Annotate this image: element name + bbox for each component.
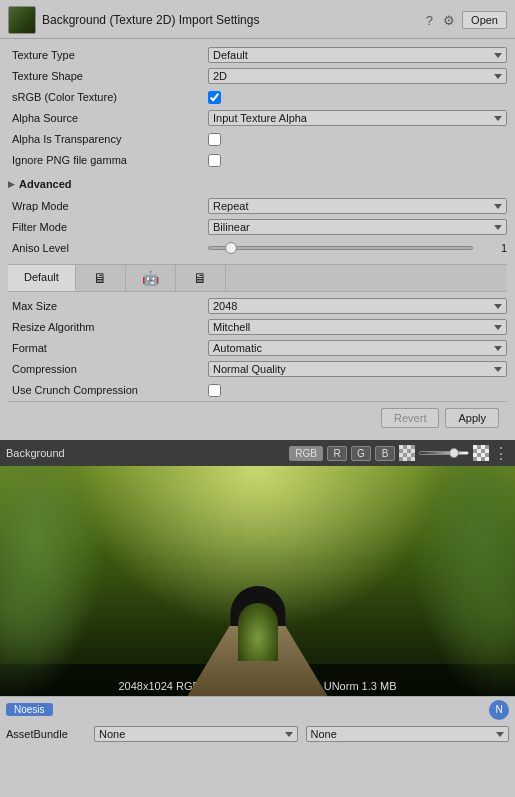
texture-shape-control: 2DCube: [208, 68, 507, 84]
format-label: Format: [8, 342, 208, 354]
arch-interior: [238, 603, 278, 661]
open-button[interactable]: Open: [462, 11, 507, 29]
aniso-level-row: Aniso Level 1: [8, 238, 507, 258]
channel-rgb-button[interactable]: RGB: [289, 446, 323, 461]
noesis-icon[interactable]: N: [489, 700, 509, 720]
footer-buttons: Revert Apply: [8, 401, 507, 434]
tab-webgl[interactable]: 🖥: [176, 265, 226, 291]
platform-tabs: Default 🖥 🤖 🖥: [8, 264, 507, 292]
alpha-checker-icon: [399, 445, 415, 461]
resize-algorithm-row: Resize Algorithm MitchellBilinear: [8, 317, 507, 337]
format-row: Format AutomaticRGB Compressed DXT1RGBA …: [8, 338, 507, 358]
trees-right: [395, 466, 515, 696]
channel-g-button[interactable]: G: [351, 446, 371, 461]
ignore-png-row: Ignore PNG file gamma: [8, 150, 507, 170]
format-control: AutomaticRGB Compressed DXT1RGBA Compres…: [208, 340, 507, 356]
compression-label: Compression: [8, 363, 208, 375]
filter-mode-label: Filter Mode: [8, 221, 208, 233]
max-size-row: Max Size 32641282565121024204840968192: [8, 296, 507, 316]
texture-type-row: Texture Type DefaultNormal mapEditor GUI…: [8, 45, 507, 65]
wrap-mode-label: Wrap Mode: [8, 200, 208, 212]
ignore-png-label: Ignore PNG file gamma: [8, 154, 208, 166]
max-size-select[interactable]: 32641282565121024204840968192: [208, 298, 507, 314]
help-icon[interactable]: ?: [423, 12, 436, 29]
max-size-label: Max Size: [8, 300, 208, 312]
preview-bar: Background RGB R G B ⋮: [0, 440, 515, 466]
image-preview: Background2048x1024 RGB Compressed DXT1|…: [0, 466, 515, 696]
tab-default[interactable]: Default: [8, 265, 76, 291]
filter-mode-row: Filter Mode Point (no filter)BilinearTri…: [8, 217, 507, 237]
trees-left: [0, 466, 120, 696]
brightness-slider[interactable]: [419, 451, 469, 455]
noesis-badge[interactable]: Noesis: [6, 703, 53, 716]
apply-button[interactable]: Apply: [445, 408, 499, 428]
alpha-transparency-row: Alpha Is Transparency: [8, 129, 507, 149]
revert-button[interactable]: Revert: [381, 408, 439, 428]
ignore-png-checkbox[interactable]: [208, 154, 221, 167]
asset-bundle-select-2[interactable]: None: [306, 726, 510, 742]
wrap-mode-row: Wrap Mode RepeatClampMirrorMirror Once: [8, 196, 507, 216]
title-bar-left: Background (Texture 2D) Import Settings: [8, 6, 259, 34]
asset-bundle-row: AssetBundle None None: [0, 722, 515, 746]
texture-type-label: Texture Type: [8, 49, 208, 61]
android-icon: 🤖: [142, 270, 159, 286]
alpha-transparency-label: Alpha Is Transparency: [8, 133, 208, 145]
settings-icon[interactable]: ⚙: [440, 12, 458, 29]
channel-r-button[interactable]: R: [327, 446, 347, 461]
alpha-source-select[interactable]: NoneInput Texture AlphaFrom Gray Scale: [208, 110, 507, 126]
alpha-source-control: NoneInput Texture AlphaFrom Gray Scale: [208, 110, 507, 126]
wrap-mode-select[interactable]: RepeatClampMirrorMirror Once: [208, 198, 507, 214]
tab-standalone[interactable]: 🖥: [76, 265, 126, 291]
title-bar-right: ? ⚙ Open: [423, 11, 507, 29]
channel-b-button[interactable]: B: [375, 446, 395, 461]
aniso-level-value: 1: [477, 242, 507, 254]
texture-shape-select[interactable]: 2DCube: [208, 68, 507, 84]
srgb-checkbox[interactable]: [208, 91, 221, 104]
asset-bundle-select-1[interactable]: None: [94, 726, 298, 742]
alpha-source-row: Alpha Source NoneInput Texture AlphaFrom…: [8, 108, 507, 128]
resize-algorithm-label: Resize Algorithm: [8, 321, 208, 333]
crunch-row: Use Crunch Compression: [8, 380, 507, 400]
resize-algorithm-select[interactable]: MitchellBilinear: [208, 319, 507, 335]
advanced-arrow: ▶: [8, 179, 15, 189]
tab-android[interactable]: 🤖: [126, 265, 176, 291]
advanced-label: Advanced: [19, 178, 72, 190]
max-size-control: 32641282565121024204840968192: [208, 298, 507, 314]
compression-select[interactable]: NoneLow QualityNormal QualityHigh Qualit…: [208, 361, 507, 377]
format-select[interactable]: AutomaticRGB Compressed DXT1RGBA Compres…: [208, 340, 507, 356]
alpha-transparency-checkbox[interactable]: [208, 133, 221, 146]
webgl-icon: 🖥: [193, 270, 207, 286]
status-bar: Noesis N: [0, 696, 515, 722]
thumbnail: [8, 6, 36, 34]
crunch-checkbox[interactable]: [208, 384, 221, 397]
aniso-level-control: 1: [208, 242, 507, 254]
tab-default-label: Default: [24, 271, 59, 283]
preview-menu-icon[interactable]: ⋮: [493, 444, 509, 463]
texture-type-select[interactable]: DefaultNormal mapEditor GUI and Legacy G…: [208, 47, 507, 63]
settings-panel: Texture Type DefaultNormal mapEditor GUI…: [0, 39, 515, 440]
srgb-control: [208, 91, 507, 104]
alpha-transparency-control: [208, 133, 507, 146]
aniso-level-label: Aniso Level: [8, 242, 208, 254]
white-bg-icon: [473, 445, 489, 461]
compression-row: Compression NoneLow QualityNormal Qualit…: [8, 359, 507, 379]
filter-mode-select[interactable]: Point (no filter)BilinearTrilinear: [208, 219, 507, 235]
advanced-header[interactable]: ▶ Advanced: [8, 173, 507, 195]
compression-control: NoneLow QualityNormal QualityHigh Qualit…: [208, 361, 507, 377]
monitor-icon: 🖥: [93, 270, 107, 286]
filter-mode-control: Point (no filter)BilinearTrilinear: [208, 219, 507, 235]
resize-algorithm-control: MitchellBilinear: [208, 319, 507, 335]
srgb-row: sRGB (Color Texture): [8, 87, 507, 107]
texture-shape-label: Texture Shape: [8, 70, 208, 82]
alpha-source-label: Alpha Source: [8, 112, 208, 124]
crunch-label: Use Crunch Compression: [8, 384, 208, 396]
texture-shape-row: Texture Shape 2DCube: [8, 66, 507, 86]
window: Background (Texture 2D) Import Settings …: [0, 0, 515, 746]
crunch-control: [208, 384, 507, 397]
texture-type-control: DefaultNormal mapEditor GUI and Legacy G…: [208, 47, 507, 63]
wrap-mode-control: RepeatClampMirrorMirror Once: [208, 198, 507, 214]
srgb-label: sRGB (Color Texture): [8, 91, 208, 103]
window-title: Background (Texture 2D) Import Settings: [42, 13, 259, 27]
aniso-level-slider[interactable]: [208, 246, 473, 250]
asset-bundle-label: AssetBundle: [6, 728, 86, 740]
